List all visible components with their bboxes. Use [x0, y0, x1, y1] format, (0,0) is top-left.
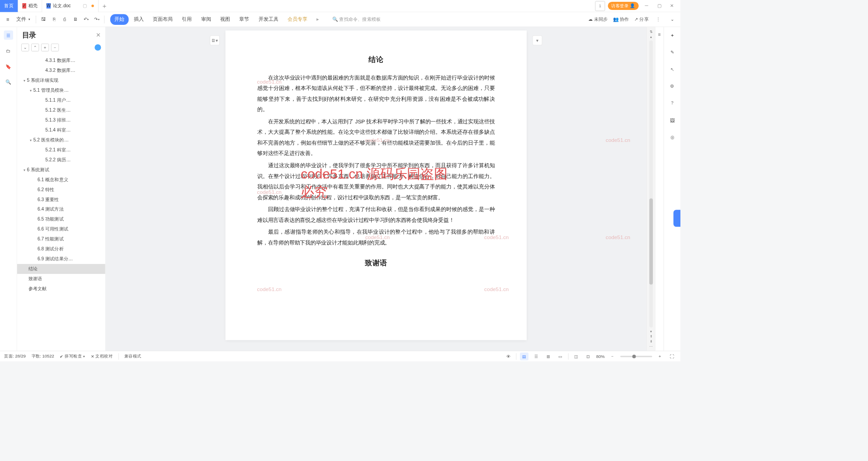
launch-icon[interactable]: ✦	[668, 30, 677, 39]
view-read-icon[interactable]: ▭	[556, 353, 565, 360]
outline-item[interactable]: ▾6 系统测试	[17, 165, 105, 175]
outline-item[interactable]: 5.1.3 排班…	[17, 115, 105, 125]
outline-item[interactable]: 6.7 性能测试	[17, 234, 105, 244]
target-icon[interactable]: ◎	[668, 132, 677, 141]
scroll-thumb[interactable]	[649, 198, 653, 285]
view-page-icon[interactable]: ▤	[520, 353, 528, 360]
clip-icon[interactable]: 🖼	[668, 116, 677, 125]
settings-icon[interactable]: ⚙	[668, 81, 677, 90]
outline-list[interactable]: 4.3.1 数据库…4.3.2 数据库…▾5 系统详细实现▾5.1 管理员模块……	[17, 54, 105, 351]
clipboard-rail-icon[interactable]: 🗀	[4, 46, 13, 55]
outline-item[interactable]: 5.1.4 科室…	[17, 125, 105, 135]
edit-icon[interactable]: ✎	[668, 47, 677, 56]
document-area[interactable]: 🗎▾ ▾ 结论 在这次毕业设计中遇到的最困难的方面就是在数据库方面的知识，在刚开…	[106, 27, 646, 351]
collab-button[interactable]: 👥协作	[613, 16, 629, 23]
chevron-down-icon[interactable]: ▾	[28, 89, 33, 93]
save-icon[interactable]: 🖫	[39, 15, 48, 24]
close-button[interactable]: ✕	[667, 1, 677, 11]
word-count[interactable]: 字数: 10522	[32, 353, 54, 359]
save-as-icon[interactable]: ⎘	[50, 15, 59, 24]
outline-item[interactable]: 6.4 测试方法	[17, 204, 105, 214]
outline-item[interactable]: 5.1.1 用户…	[17, 95, 105, 105]
zoom-handle[interactable]	[632, 354, 636, 358]
vertical-scrollbar[interactable]: ⇅ ▴ ▾ ⇞ ⇟ ⋯	[646, 27, 655, 351]
outline-item[interactable]: 致谢语	[17, 274, 105, 284]
outline-item[interactable]: 4.3.1 数据库…	[17, 56, 105, 66]
zoom-out-button[interactable]: －	[608, 353, 617, 360]
scroll-track[interactable]	[649, 40, 653, 327]
outline-rail-icon[interactable]: ☰	[4, 30, 13, 39]
outline-remove[interactable]: －	[51, 43, 59, 51]
chevron-down-icon[interactable]: ▾	[22, 79, 27, 83]
ribbon-tab-more[interactable]: ▸	[312, 14, 323, 25]
outline-item[interactable]: 6.6 可用性测试	[17, 224, 105, 234]
ribbon-tab-view[interactable]: 视图	[216, 14, 235, 25]
ribbon-tab-review[interactable]: 审阅	[197, 14, 215, 25]
undo-button[interactable]: ↶▾	[81, 15, 90, 24]
tab-document[interactable]: W 论文.doc ▢	[42, 0, 99, 12]
outline-item[interactable]: ▾5.2 医生模块的…	[17, 135, 105, 145]
zoom-slider[interactable]	[620, 356, 652, 357]
scroll-down[interactable]: ▾	[648, 329, 654, 334]
outline-item[interactable]: ▾5 系统详细实现	[17, 75, 105, 85]
view-outline-icon[interactable]: ☰	[532, 353, 541, 360]
zoom-level[interactable]: 80%	[596, 354, 605, 359]
zoom-in-button[interactable]: ＋	[656, 353, 664, 360]
outline-collapse-all[interactable]: ⌃	[31, 43, 39, 51]
spell-check[interactable]: ✔拼写检查▾	[60, 353, 85, 359]
print-icon[interactable]: ⎙	[60, 15, 69, 24]
ribbon-tab-page-layout[interactable]: 页面布局	[149, 14, 177, 25]
scroll-page-down[interactable]: ⇟	[648, 339, 654, 344]
outline-item[interactable]: 6.8 测试分析	[17, 244, 105, 254]
more-menu[interactable]: ⋮	[654, 15, 663, 24]
scroll-page-up[interactable]: ⇞	[648, 334, 654, 339]
outline-close-button[interactable]: ✕	[96, 32, 100, 39]
chevron-down-icon[interactable]: ▾	[22, 168, 27, 172]
collapse-ribbon[interactable]: ⌄	[668, 15, 677, 24]
zoom-fit-icon[interactable]: ⊡	[584, 353, 593, 360]
ribbon-tab-developer[interactable]: 开发工具	[254, 14, 283, 25]
print-preview-icon[interactable]: 🗎	[71, 15, 80, 24]
outline-item[interactable]: 6.3 重要性	[17, 194, 105, 204]
page-indicator[interactable]: 页面: 28/29	[4, 353, 26, 359]
maximize-button[interactable]: ▢	[654, 1, 664, 11]
outline-item[interactable]: 6.5 功能测试	[17, 214, 105, 224]
bookmark-rail-icon[interactable]: 🔖	[4, 61, 13, 71]
search-rail-icon[interactable]: 🔍	[4, 77, 13, 86]
outline-item[interactable]: 6.2 特性	[17, 184, 105, 194]
outline-item[interactable]: 5.2.2 病历…	[17, 155, 105, 165]
sync-status[interactable]: ☁未同步	[588, 16, 608, 23]
tab-home[interactable]: 首页	[0, 0, 18, 12]
outline-item[interactable]: 5.2.1 科室…	[17, 145, 105, 155]
chevron-down-icon[interactable]: ▾	[28, 138, 33, 142]
share-button[interactable]: ↗分享	[634, 16, 649, 23]
help-icon[interactable]: ？	[668, 99, 677, 108]
ribbon-tab-chapter[interactable]: 章节	[235, 14, 254, 25]
command-search[interactable]: 🔍 查找命令、搜索模板	[329, 14, 400, 24]
view-web-icon[interactable]: ⊞	[544, 353, 552, 360]
outline-item[interactable]: 5.1.2 医生…	[17, 105, 105, 115]
page-insert-button[interactable]: 🗎▾	[210, 35, 220, 45]
window-badge[interactable]: 1	[595, 1, 605, 11]
fullscreen-icon[interactable]: ⛶	[668, 353, 676, 360]
outline-item[interactable]: 6.1 概念和意义	[17, 175, 105, 185]
guest-login-button[interactable]: 访客登录👤	[608, 2, 639, 10]
outline-item[interactable]: 参考文献	[17, 284, 105, 294]
outline-item[interactable]: 结论	[17, 264, 105, 274]
side-pull-tab[interactable]	[674, 210, 681, 227]
scroll-up[interactable]: ▴	[648, 34, 654, 39]
focus-mode-icon[interactable]: 👁	[504, 353, 513, 360]
outline-item[interactable]: 4.3.2 数据库…	[17, 66, 105, 75]
outline-expand-all[interactable]: ⌄	[21, 43, 29, 51]
hamburger-menu[interactable]: ≡	[4, 15, 12, 24]
outline-badge-icon[interactable]	[94, 44, 101, 51]
compat-mode[interactable]: 兼容模式	[124, 353, 142, 359]
redo-button[interactable]: ↷▾	[92, 15, 101, 24]
page-bookmark-button[interactable]: ▾	[533, 35, 542, 45]
outline-item[interactable]: ▾5.1 管理员模块…	[17, 85, 105, 95]
gutter-menu-icon[interactable]: ≡	[655, 30, 664, 39]
tab-docker[interactable]: ✓ 稻壳	[18, 0, 42, 12]
ruler-icon[interactable]: ◫	[572, 353, 580, 360]
ribbon-tab-references[interactable]: 引用	[178, 14, 196, 25]
new-tab-button[interactable]: ＋	[99, 2, 111, 10]
